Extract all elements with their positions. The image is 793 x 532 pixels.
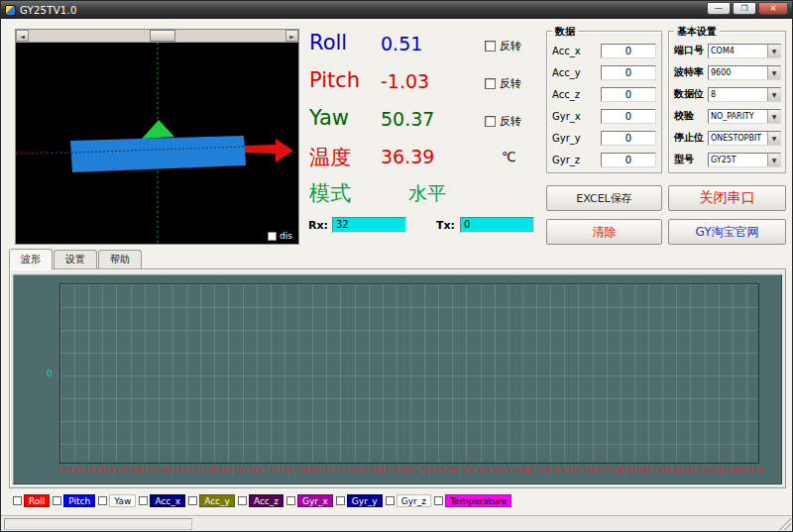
- data-field-value[interactable]: 0: [601, 87, 656, 102]
- data-group-rows: Acc_x0Acc_y0Acc_z0Gyr_x0Gyr_y0Gyr_z0: [552, 40, 656, 170]
- legend-label: Gyr_z: [396, 494, 431, 507]
- app-window: GY25TV1.0 — ❐ ✕ ◄ ► dis: [0, 0, 793, 532]
- x-tick-label: 449: [673, 467, 687, 476]
- legend-label: Pitch: [63, 494, 95, 507]
- scroll-left-icon[interactable]: ◄: [16, 30, 29, 42]
- clear-button[interactable]: 清除: [546, 219, 662, 245]
- legend-checkbox[interactable]: [53, 496, 61, 505]
- plot-area[interactable]: [59, 283, 759, 464]
- tab-1[interactable]: 设置: [54, 250, 97, 269]
- settings-field-label: 停止位: [674, 131, 704, 145]
- settings-field-label: 型号: [674, 153, 694, 166]
- scroll-right-icon[interactable]: ►: [285, 30, 298, 42]
- settings-group-title: 基本设置: [674, 25, 720, 39]
- data-field-row: Gyr_y0: [552, 127, 656, 149]
- legend-item: Acc_z: [238, 494, 283, 507]
- viewer-rotation-scrollbar[interactable]: ◄ ►: [16, 30, 298, 43]
- data-field-value[interactable]: 0: [601, 44, 656, 58]
- legend-checkbox[interactable]: [286, 496, 295, 505]
- dis-checkbox[interactable]: dis: [268, 231, 292, 241]
- yaw-invert-checkbox[interactable]: 反转: [485, 114, 521, 129]
- pitch-invert-checkbox[interactable]: 反转: [485, 76, 521, 91]
- x-tick-label: 379: [567, 467, 581, 476]
- x-tick-label: 99: [148, 467, 157, 476]
- combobox-value: ONESTOPBIT: [709, 132, 767, 145]
- x-tick-label: 169: [250, 467, 264, 476]
- x-tick-label: 259: [386, 467, 399, 476]
- x-tick-label: 329: [492, 467, 506, 476]
- tab-0[interactable]: 波形: [9, 249, 53, 269]
- legend-checkbox[interactable]: [238, 496, 247, 505]
- x-tick-label: 339: [507, 467, 520, 476]
- mode-label: 模式: [309, 179, 351, 207]
- roll-invert-checkbox[interactable]: 反转: [485, 39, 521, 53]
- x-tick-label: 469: [704, 467, 718, 476]
- x-axis-ticks: 9192939495969798999109119129139149159169…: [57, 467, 763, 476]
- legend-checkbox[interactable]: [13, 496, 22, 505]
- settings-combobox-0[interactable]: COM4▼: [708, 44, 781, 58]
- legend-label: Yaw: [109, 494, 136, 507]
- legend-label: Gyr_x: [297, 494, 333, 507]
- data-field-value[interactable]: 0: [601, 65, 656, 80]
- x-tick-label: 109: [159, 467, 172, 476]
- data-field-row: Gyr_z0: [552, 149, 656, 170]
- settings-combobox-5[interactable]: GY25T▼: [708, 153, 781, 167]
- x-tick-label: 139: [204, 467, 218, 476]
- x-tick-label: 299: [446, 467, 460, 476]
- x-tick-label: 419: [627, 467, 641, 476]
- legend-checkbox[interactable]: [139, 496, 148, 505]
- combobox-value: 8: [709, 88, 767, 101]
- x-tick-label: 399: [598, 467, 612, 476]
- chevron-down-icon[interactable]: ▼: [767, 132, 780, 145]
- settings-combobox-4[interactable]: ONESTOPBIT▼: [708, 131, 781, 146]
- viewer-3d-canvas[interactable]: dis: [16, 43, 298, 244]
- x-tick-label: 9: [57, 467, 62, 476]
- close-serial-button[interactable]: 关闭串口: [668, 185, 786, 211]
- resize-grip-icon[interactable]: [779, 518, 791, 530]
- legend-item: Gyr_x: [286, 494, 333, 507]
- legend-checkbox[interactable]: [98, 496, 107, 505]
- settings-field-label: 校验: [674, 109, 694, 123]
- tab-2[interactable]: 帮助: [98, 250, 142, 269]
- mode-value: 水平: [408, 181, 446, 207]
- excel-save-button[interactable]: EXCEL保存: [546, 185, 662, 211]
- x-tick-label: 89: [138, 467, 147, 476]
- settings-combobox-1[interactable]: 9600▼: [708, 65, 781, 80]
- minimize-button[interactable]: —: [707, 2, 731, 15]
- maximize-button[interactable]: ❐: [733, 2, 756, 15]
- scrollbar-thumb[interactable]: [150, 30, 175, 42]
- chevron-down-icon[interactable]: ▼: [767, 154, 780, 166]
- chevron-down-icon[interactable]: ▼: [767, 45, 780, 57]
- rx-field[interactable]: 32: [332, 217, 406, 233]
- x-tick-label: 289: [431, 467, 445, 476]
- legend-label: Acc_y: [199, 494, 235, 507]
- taobao-link-button[interactable]: GY淘宝官网: [668, 219, 786, 245]
- data-field-value[interactable]: 0: [601, 109, 656, 124]
- chevron-down-icon[interactable]: ▼: [767, 66, 780, 79]
- checkbox-icon: [268, 232, 277, 241]
- tx-field[interactable]: 0: [460, 217, 534, 233]
- legend-item: Roll: [13, 494, 50, 507]
- x-tick-label: 309: [461, 467, 475, 476]
- x-tick-label: 39: [84, 467, 93, 476]
- settings-field-row: 停止位ONESTOPBIT▼: [674, 127, 781, 149]
- x-tick-label: 229: [340, 467, 354, 476]
- chart-background: 0 91929394959697989991091191291391491591…: [13, 274, 782, 484]
- close-button[interactable]: ✕: [758, 2, 788, 15]
- legend-label: Roll: [24, 494, 50, 507]
- data-field-value[interactable]: 0: [601, 131, 656, 146]
- settings-combobox-3[interactable]: NO_PARITY▼: [708, 109, 781, 124]
- legend-checkbox[interactable]: [386, 496, 395, 505]
- app-icon: [5, 5, 16, 16]
- legend-checkbox[interactable]: [336, 496, 345, 505]
- checkbox-icon: [485, 78, 496, 89]
- legend-checkbox[interactable]: [188, 496, 197, 505]
- data-field-value[interactable]: 0: [601, 153, 656, 167]
- legend-checkbox[interactable]: [434, 496, 443, 505]
- data-field-row: Acc_x0: [552, 40, 656, 61]
- chevron-down-icon[interactable]: ▼: [767, 88, 780, 101]
- legend-item: Temperature: [434, 494, 511, 507]
- settings-combobox-2[interactable]: 8▼: [708, 87, 781, 102]
- chevron-down-icon[interactable]: ▼: [767, 110, 780, 123]
- x-tick-label: 49: [95, 467, 104, 476]
